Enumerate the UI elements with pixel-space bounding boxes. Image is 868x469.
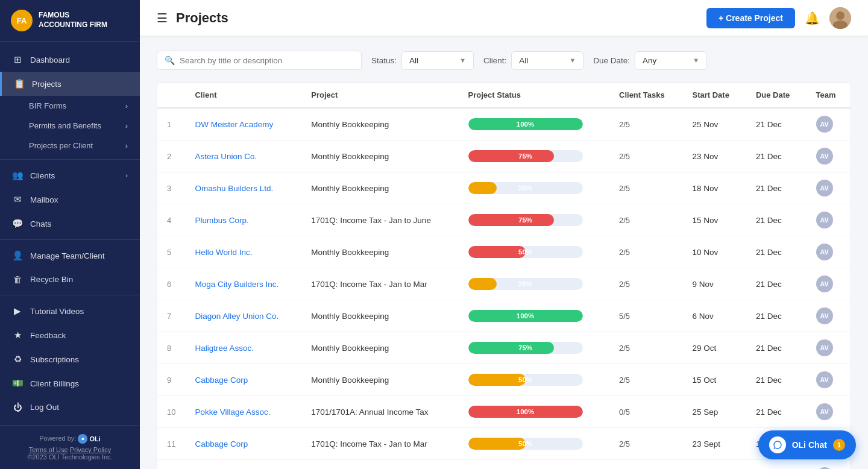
row-start-date: 18 Nov <box>682 172 746 204</box>
row-start-date <box>682 460 746 470</box>
notification-icon[interactable]: 🔔 <box>805 11 820 25</box>
sidebar-footer: Powered by: ● OLi Terms of Use Privacy P… <box>0 425 140 469</box>
oli-chat-button[interactable]: OLi Chat 1 <box>758 430 856 459</box>
row-due-date: 21 Dec <box>746 332 807 364</box>
row-client[interactable]: Hello World Inc. <box>185 236 301 268</box>
sidebar-item-projects-per-client[interactable]: Projects per Client › <box>0 136 140 156</box>
feedback-icon: ★ <box>12 330 23 341</box>
row-start-date: 23 Sept <box>682 428 746 460</box>
table-row[interactable]: 10 Pokke Village Assoc. 1701/1701A: Annu… <box>157 396 851 428</box>
row-status: 75% <box>459 140 610 172</box>
sidebar-item-bir-forms[interactable]: BIR Forms › <box>0 96 140 116</box>
row-team: AV <box>807 236 851 268</box>
table-row[interactable]: 3 Omashu Builders Ltd. Monthly Bookkeepi… <box>157 172 851 204</box>
row-start-date: 15 Oct <box>682 364 746 396</box>
projects-table: Client Project Project Status Client Tas… <box>157 82 851 469</box>
row-due-date: 21 Dec <box>746 396 807 428</box>
table-row[interactable]: 5 Hello World Inc. Monthly Bookkeeping 5… <box>157 236 851 268</box>
sidebar-item-label: Permits and Benefits <box>29 121 101 130</box>
row-status: 100% <box>459 396 610 428</box>
sidebar-item-feedback[interactable]: ★ Feedback <box>0 323 140 347</box>
row-num: 6 <box>157 268 185 300</box>
page-title: Projects <box>176 10 228 26</box>
row-project: Monthly Bookkeeping <box>301 108 458 140</box>
row-tasks: 2/5 <box>609 332 682 364</box>
sidebar-item-recycle-bin[interactable]: 🗑 Recycle Bin <box>0 268 140 291</box>
billings-icon: 💵 <box>12 378 23 389</box>
row-project: Monthly Bookkeeping <box>301 364 458 396</box>
row-team: AV <box>807 140 851 172</box>
row-status: 50% <box>459 364 610 396</box>
row-tasks: 2/5 <box>609 428 682 460</box>
row-client[interactable]: Astera Union Co. <box>185 140 301 172</box>
sidebar-item-projects[interactable]: 📋 Projects <box>0 72 140 96</box>
sidebar-item-client-billings[interactable]: 💵 Client Billings <box>0 371 140 395</box>
user-avatar[interactable] <box>829 7 851 29</box>
row-client[interactable]: Moga City Builders Inc. <box>185 268 301 300</box>
sidebar-item-dashboard[interactable]: ⊞ Dashboard <box>0 48 140 72</box>
logout-icon: ⏻ <box>12 402 23 412</box>
row-start-date: 23 Nov <box>682 140 746 172</box>
status-select[interactable]: All ▼ <box>401 51 474 70</box>
table-row[interactable]: 12 DW Meister Academy 0605 RF: Business … <box>157 460 851 470</box>
chevron-right-icon: › <box>125 121 128 130</box>
sidebar-nav: ⊞ Dashboard 📋 Projects BIR Forms › Permi… <box>0 42 140 425</box>
terms-link[interactable]: Terms of Use <box>29 446 68 453</box>
row-client[interactable]: Plumbus Corp. <box>185 204 301 236</box>
row-team: AV <box>807 332 851 364</box>
row-num: 10 <box>157 396 185 428</box>
due-date-select[interactable]: Any ▼ <box>635 51 707 70</box>
row-client[interactable]: Pokke Village Assoc. <box>185 396 301 428</box>
sidebar-item-subscriptions[interactable]: ♻ Subscriptions <box>0 347 140 371</box>
sidebar-item-tutorial-videos[interactable]: ▶ Tutorial Videos <box>0 299 140 323</box>
table-row[interactable]: 2 Astera Union Co. Monthly Bookkeeping 7… <box>157 140 851 172</box>
row-client[interactable]: DW Meister Academy <box>185 108 301 140</box>
table-row[interactable]: 1 DW Meister Academy Monthly Bookkeeping… <box>157 108 851 140</box>
sidebar-item-log-out[interactable]: ⏻ Log Out <box>0 395 140 419</box>
row-team: AV <box>807 268 851 300</box>
row-num: 4 <box>157 204 185 236</box>
search-input[interactable] <box>180 56 354 65</box>
create-project-button[interactable]: + Create Project <box>706 8 795 28</box>
row-client[interactable]: Omashu Builders Ltd. <box>185 172 301 204</box>
row-status: 75% <box>459 204 610 236</box>
nav-divider <box>0 239 140 240</box>
row-status: 25% <box>459 268 610 300</box>
table-row[interactable]: 4 Plumbus Corp. 1701Q: Income Tax - Jan … <box>157 204 851 236</box>
chevron-right-icon: › <box>125 141 128 150</box>
row-tasks: 2/5 <box>609 140 682 172</box>
row-client[interactable]: Cabbage Corp <box>185 364 301 396</box>
nav-divider <box>0 295 140 295</box>
row-client[interactable]: Diagon Alley Union Co. <box>185 300 301 332</box>
sidebar-item-chats[interactable]: 💬 Chats <box>0 212 140 236</box>
table-row[interactable]: 11 Cabbage Corp 1701Q: Income Tax - Jan … <box>157 428 851 460</box>
table-row[interactable]: 6 Moga City Builders Inc. 1701Q: Income … <box>157 268 851 300</box>
row-due-date: 21 Dec <box>746 140 807 172</box>
sidebar-item-mailbox[interactable]: ✉ Mailbox <box>0 187 140 212</box>
chevron-down-icon: ▼ <box>569 57 576 64</box>
row-due-date: 21 Dec <box>746 236 807 268</box>
client-select[interactable]: All ▼ <box>511 51 583 70</box>
row-project: 1701Q: Income Tax - Jan to Mar <box>301 268 458 300</box>
search-box[interactable]: 🔍 <box>157 51 362 70</box>
client-label: Client: <box>483 56 506 65</box>
table-row[interactable]: 8 Haligtree Assoc. Monthly Bookkeeping 7… <box>157 332 851 364</box>
clients-icon: 👥 <box>12 170 23 181</box>
row-client[interactable]: DW Meister Academy <box>185 460 301 470</box>
due-date-filter-group: Due Date: Any ▼ <box>593 51 707 70</box>
privacy-link[interactable]: Privacy Policy <box>70 446 111 453</box>
chats-icon: 💬 <box>12 218 23 229</box>
sidebar-item-permits[interactable]: Permits and Benefits › <box>0 116 140 136</box>
oli-chat-label: OLi Chat <box>792 440 827 450</box>
hamburger-menu[interactable]: ☰ <box>157 11 168 25</box>
sidebar-item-manage-team[interactable]: 👤 Manage Team/Client <box>0 244 140 268</box>
table-row[interactable]: 9 Cabbage Corp Monthly Bookkeeping 50% 2… <box>157 364 851 396</box>
table-row[interactable]: 7 Diagon Alley Union Co. Monthly Bookkee… <box>157 300 851 332</box>
row-client[interactable]: Cabbage Corp <box>185 428 301 460</box>
row-project: Monthly Bookkeeping <box>301 236 458 268</box>
status-filter-group: Status: All ▼ <box>371 51 474 70</box>
sidebar-item-clients[interactable]: 👥 Clients › <box>0 163 140 187</box>
row-project: Monthly Bookkeeping <box>301 140 458 172</box>
sidebar-item-label: Mailbox <box>30 195 58 204</box>
row-client[interactable]: Haligtree Assoc. <box>185 332 301 364</box>
